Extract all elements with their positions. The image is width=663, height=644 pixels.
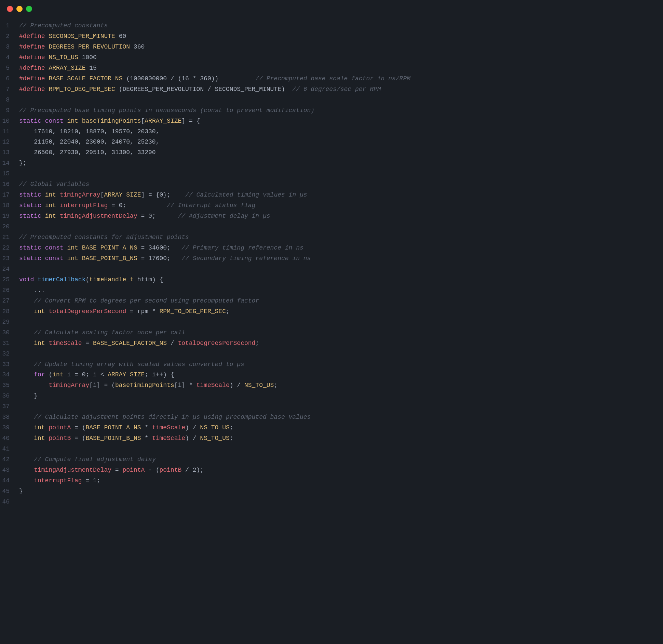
code-line-24: 24 (0, 264, 663, 274)
code-line-30: 30 // Calculate scaling factor once per … (0, 327, 663, 338)
code-editor: 1 // Precomputed constants 2 #define SEC… (0, 18, 663, 510)
code-line-23: 23 static const int BASE_POINT_B_NS = 17… (0, 253, 663, 264)
code-line-29: 29 (0, 317, 663, 327)
code-line-2: 2 #define SECONDS_PER_MINUTE 60 (0, 31, 663, 42)
code-line-16: 16 // Global variables (0, 179, 663, 190)
code-line-12: 12 21150, 22040, 23000, 24070, 25230, (0, 137, 663, 147)
code-line-35: 35 timingArray[i] = (baseTimingPoints[i]… (0, 380, 663, 391)
maximize-button[interactable] (26, 6, 32, 12)
code-line-27: 27 // Convert RPM to degrees per second … (0, 296, 663, 306)
code-line-15: 15 (0, 169, 663, 179)
titlebar (0, 0, 663, 18)
code-line-36: 36 } (0, 391, 663, 401)
code-line-21: 21 // Precomputed constants for adjustme… (0, 232, 663, 243)
code-line-40: 40 int pointB = (BASE_POINT_B_NS * timeS… (0, 433, 663, 444)
code-line-45: 45 } (0, 486, 663, 497)
code-line-38: 38 // Calculate adjustment points direct… (0, 412, 663, 422)
code-line-9: 9 // Precomputed base timing points in n… (0, 105, 663, 116)
code-line-7: 7 #define RPM_TO_DEG_PER_SEC (DEGREES_PE… (0, 84, 663, 95)
code-line-41: 41 (0, 444, 663, 454)
code-line-28: 28 int totalDegreesPerSecond = rpm * RPM… (0, 306, 663, 317)
code-line-32: 32 (0, 349, 663, 359)
code-line-10: 10 static const int baseTimingPoints[ARR… (0, 116, 663, 126)
code-line-22: 22 static const int BASE_POINT_A_NS = 34… (0, 243, 663, 253)
code-line-42: 42 // Compute final adjustment delay (0, 454, 663, 465)
code-line-8: 8 (0, 95, 663, 105)
code-line-1: 1 // Precomputed constants (0, 21, 663, 31)
code-line-6: 6 #define BASE_SCALE_FACTOR_NS (10000000… (0, 73, 663, 84)
code-line-3: 3 #define DEGREES_PER_REVOLUTION 360 (0, 42, 663, 52)
minimize-button[interactable] (16, 6, 23, 12)
code-line-18: 18 static int interruptFlag = 0; // Inte… (0, 200, 663, 211)
code-line-17: 17 static int timingArray[ARRAY_SIZE] = … (0, 190, 663, 200)
code-line-4: 4 #define NS_TO_US 1000 (0, 52, 663, 63)
code-line-25: 25 void timerCallback(timeHandle_t htim)… (0, 274, 663, 285)
code-line-13: 13 26500, 27930, 29510, 31300, 33290 (0, 147, 663, 158)
code-line-26: 26 ... (0, 285, 663, 296)
code-line-19: 19 static int timingAdjustmentDelay = 0;… (0, 211, 663, 222)
code-line-46: 46 (0, 497, 663, 507)
code-line-33: 33 // Update timing array with scaled va… (0, 359, 663, 370)
code-line-31: 31 int timeScale = BASE_SCALE_FACTOR_NS … (0, 338, 663, 349)
code-line-39: 39 int pointA = (BASE_POINT_A_NS * timeS… (0, 422, 663, 433)
code-line-44: 44 interruptFlag = 1; (0, 475, 663, 486)
code-line-11: 11 17610, 18210, 18870, 19570, 20330, (0, 126, 663, 137)
code-line-43: 43 timingAdjustmentDelay = pointA - (poi… (0, 465, 663, 475)
code-line-14: 14 }; (0, 158, 663, 169)
code-line-37: 37 (0, 401, 663, 412)
window: 1 // Precomputed constants 2 #define SEC… (0, 0, 663, 644)
code-line-20: 20 (0, 222, 663, 232)
code-line-34: 34 for (int i = 0; i < ARRAY_SIZE; i++) … (0, 370, 663, 380)
close-button[interactable] (7, 6, 13, 12)
code-line-5: 5 #define ARRAY_SIZE 15 (0, 63, 663, 73)
